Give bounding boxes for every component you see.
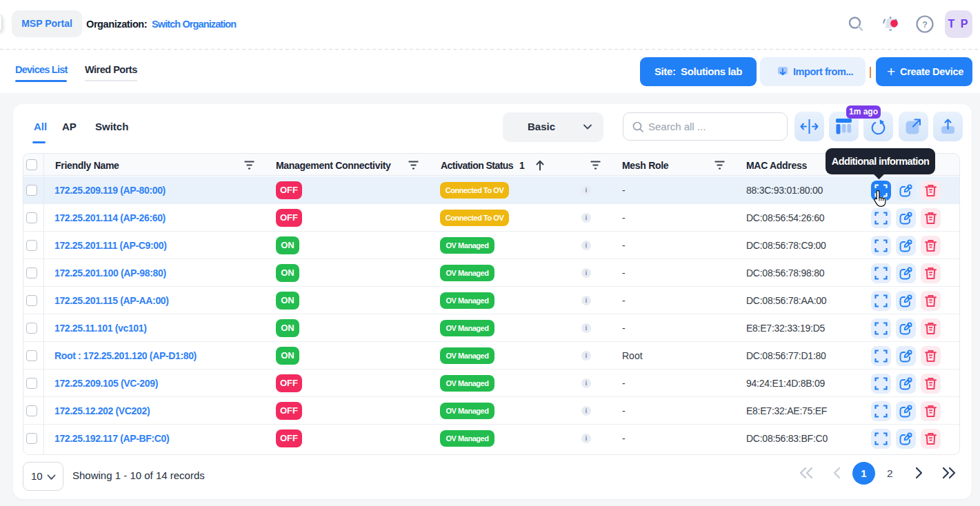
svg-text:?: ?: [922, 20, 928, 30]
